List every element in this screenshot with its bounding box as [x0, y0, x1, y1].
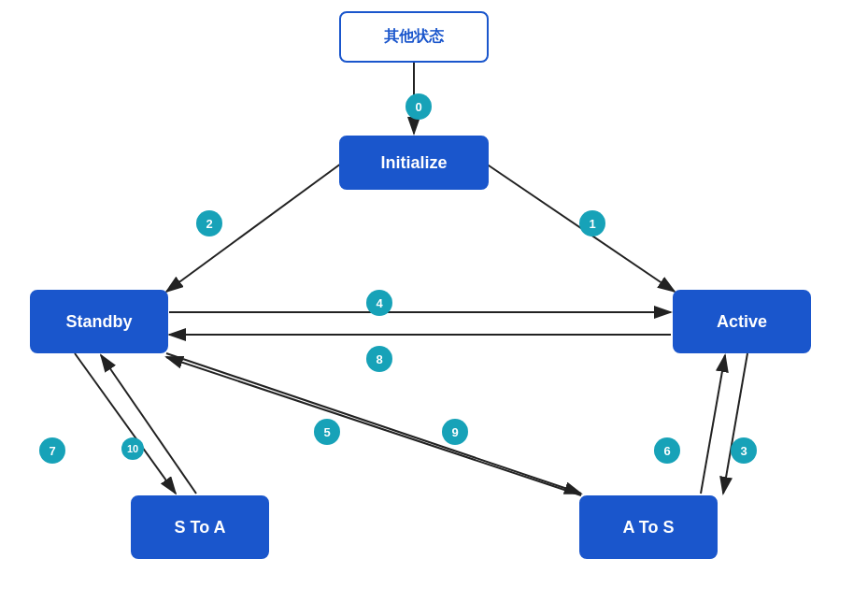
- badge-8: 8: [366, 346, 392, 372]
- standby-label: Standby: [65, 312, 132, 332]
- standby-box: Standby: [30, 290, 168, 353]
- badge-6: 6: [654, 437, 680, 464]
- badge-5: 5: [314, 419, 340, 445]
- svg-line-7: [723, 353, 747, 494]
- badge-9: 9: [442, 419, 468, 445]
- initialize-box: Initialize: [339, 136, 489, 190]
- svg-line-9: [75, 353, 176, 494]
- badge-7: 7: [39, 437, 65, 464]
- initialize-label: Initialize: [380, 153, 447, 173]
- badge-3: 3: [731, 437, 757, 464]
- active-label: Active: [717, 312, 767, 332]
- atos-box: A To S: [579, 495, 718, 559]
- other-state-box: 其他状态: [339, 11, 489, 63]
- badge-4: 4: [366, 290, 392, 316]
- badge-0: 0: [406, 93, 432, 120]
- svg-line-11: [166, 353, 581, 494]
- active-box: Active: [673, 290, 811, 353]
- stoa-box: S To A: [131, 495, 269, 559]
- diagram-container: 其他状态 Initialize Standby Active S To A A …: [0, 0, 868, 616]
- badge-1: 1: [579, 210, 605, 236]
- other-state-label: 其他状态: [384, 27, 444, 47]
- svg-line-12: [166, 357, 581, 495]
- svg-line-8: [701, 355, 725, 494]
- svg-line-10: [101, 355, 196, 494]
- badge-10: 10: [121, 437, 144, 460]
- atos-label: A To S: [623, 518, 675, 537]
- stoa-label: S To A: [175, 518, 226, 537]
- badge-2: 2: [196, 210, 222, 236]
- svg-line-4: [166, 164, 341, 292]
